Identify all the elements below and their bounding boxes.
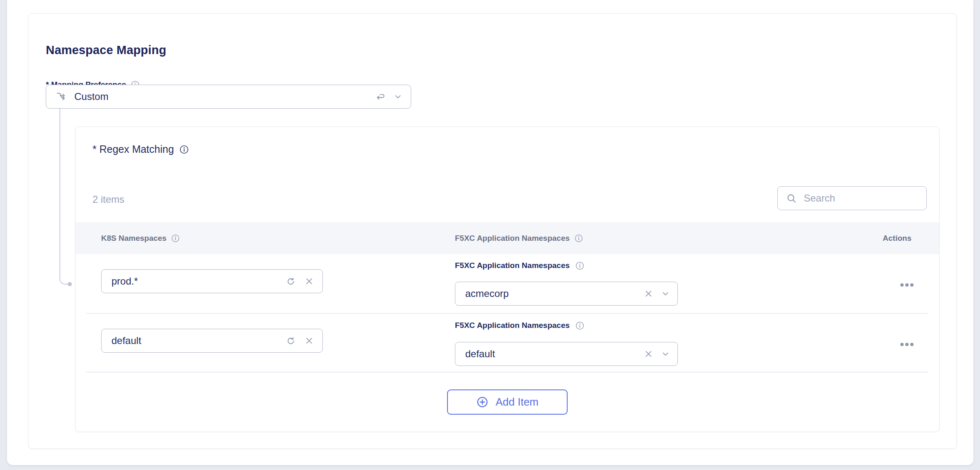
regex-matching-card: * Regex Matching 2 items K8S Namespaces	[75, 126, 940, 432]
column-header-actions: Actions	[883, 234, 911, 243]
clear-icon[interactable]	[644, 349, 653, 359]
info-icon[interactable]	[575, 321, 584, 330]
page-title: Namespace Mapping	[46, 43, 166, 57]
k8s-namespace-input[interactable]	[111, 275, 277, 287]
f5xc-namespace-select[interactable]: default	[455, 342, 678, 366]
page-panel: Namespace Mapping * Mapping Preference C…	[7, 0, 973, 465]
row-actions-menu-button[interactable]	[895, 336, 918, 353]
row-divider	[86, 372, 928, 373]
tree-connector-dot	[68, 282, 72, 286]
chevron-down-icon[interactable]	[661, 289, 670, 298]
tree-connector-line	[59, 109, 69, 285]
row-divider	[86, 313, 928, 314]
info-icon[interactable]	[575, 234, 583, 242]
clear-icon[interactable]	[304, 336, 314, 346]
regex-matching-title-row: * Regex Matching	[92, 143, 189, 155]
clear-icon[interactable]	[644, 289, 653, 299]
f5xc-namespace-select[interactable]: acmecorp	[455, 282, 678, 306]
search-icon	[786, 193, 797, 204]
add-item-label: Add Item	[495, 396, 538, 408]
items-count: 2 items	[92, 194, 124, 205]
f5xc-namespace-value: acmecorp	[465, 288, 644, 299]
plus-circle-icon	[476, 396, 489, 408]
f5xc-row-label: F5XC Application Namespaces	[455, 321, 570, 330]
column-header-k8s: K8S Namespaces	[101, 234, 166, 243]
table-header: K8S Namespaces F5XC Application Namespac…	[76, 222, 939, 254]
f5xc-row-label-row: F5XC Application Namespaces	[455, 261, 584, 270]
search-input[interactable]	[804, 192, 920, 204]
info-icon[interactable]	[180, 145, 189, 154]
info-icon[interactable]	[575, 261, 584, 270]
k8s-namespace-field[interactable]	[101, 329, 323, 353]
mapping-preference-select[interactable]: Custom	[46, 85, 411, 109]
f5xc-row-label: F5XC Application Namespaces	[455, 261, 570, 270]
row-actions-menu-button[interactable]	[895, 277, 918, 293]
chevron-down-icon[interactable]	[393, 92, 402, 101]
search-box[interactable]	[777, 186, 927, 210]
regex-matching-title: * Regex Matching	[92, 143, 174, 155]
column-header-f5xc: F5XC Application Namespaces	[455, 234, 570, 243]
branch-icon	[55, 91, 67, 102]
reset-return-icon[interactable]	[375, 91, 386, 102]
info-icon[interactable]	[171, 234, 180, 242]
chevron-down-icon[interactable]	[661, 349, 670, 358]
k8s-namespace-input[interactable]	[111, 335, 277, 347]
refresh-icon[interactable]	[286, 336, 296, 346]
f5xc-namespace-value: default	[465, 348, 644, 360]
add-item-button[interactable]: Add Item	[447, 389, 568, 415]
namespace-mapping-card: Namespace Mapping * Mapping Preference C…	[28, 13, 957, 449]
k8s-namespace-field[interactable]	[101, 269, 323, 293]
mapping-preference-value: Custom	[74, 91, 375, 102]
refresh-icon[interactable]	[286, 276, 296, 287]
f5xc-row-label-row: F5XC Application Namespaces	[455, 321, 584, 330]
clear-icon[interactable]	[304, 276, 314, 286]
